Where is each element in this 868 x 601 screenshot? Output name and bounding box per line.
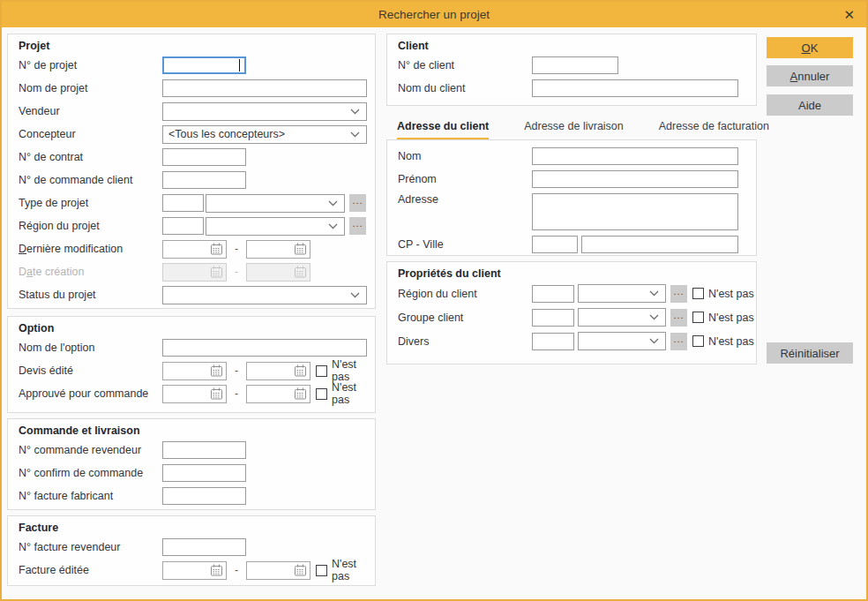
cancel-label: nnuler (797, 70, 829, 83)
project-name-input[interactable] (162, 79, 367, 97)
concepteur-label: Concepteur (19, 128, 162, 140)
project-type-select[interactable] (206, 194, 345, 213)
calendar-icon[interactable] (210, 364, 223, 377)
misc-code-input[interactable] (532, 333, 574, 350)
order-confirmation-number-input[interactable] (162, 464, 246, 482)
invoice-issued-not-checkbox[interactable] (316, 565, 327, 576)
invoice-issued-to-date-field[interactable] (246, 561, 311, 580)
client-group-not-checkbox[interactable] (692, 312, 704, 323)
project-region-code-input[interactable] (162, 217, 204, 235)
misc-browse-button[interactable]: ... (670, 333, 687, 350)
option-name-input[interactable] (162, 339, 367, 357)
client-group-select[interactable] (578, 308, 666, 327)
designer-select-value: <Tous les concepteurs> (168, 128, 285, 140)
calendar-icon[interactable] (210, 564, 223, 576)
label-part: ernière modification (26, 243, 123, 255)
city-input[interactable] (581, 236, 738, 253)
project-region-select[interactable] (206, 217, 345, 236)
project-status-select[interactable] (162, 286, 367, 304)
reseller-order-number-input[interactable] (162, 441, 246, 459)
calendar-icon[interactable] (294, 243, 307, 255)
address-lastname-input[interactable] (532, 147, 738, 165)
last-modified-to-date-field[interactable] (246, 240, 311, 259)
client-name-input[interactable] (532, 79, 738, 97)
range-separator: - (227, 564, 246, 576)
calendar-icon[interactable] (294, 387, 307, 400)
chevron-down-icon (350, 109, 360, 115)
project-type-code-input[interactable] (162, 194, 204, 212)
address-firstname-input[interactable] (532, 170, 738, 188)
client-group-browse-button[interactable]: ... (670, 309, 687, 327)
cp-ville-label: CP - Ville (398, 238, 532, 251)
manufacturer-invoice-number-input[interactable] (162, 487, 246, 505)
calendar-icon[interactable] (210, 243, 223, 255)
last-modified-from-date-field[interactable] (162, 240, 227, 259)
close-icon[interactable]: ✕ (843, 7, 855, 22)
tab-adresse-livraison[interactable]: Adresse de livraison (524, 120, 624, 140)
nom-client-label: Nom du client (398, 82, 532, 94)
field-row: Nom de l'option (8, 336, 375, 359)
client-number-input[interactable] (532, 56, 618, 74)
cancel-button[interactable]: Annuler (767, 65, 853, 86)
misc-select[interactable] (578, 332, 666, 350)
approved-from-date-field[interactable] (162, 385, 227, 403)
divers-label: Divers (398, 335, 532, 348)
status-projet-label: Status du projet (19, 289, 162, 301)
vendor-select[interactable] (162, 102, 367, 121)
client-address-panel: Nom Prénom Adresse CP - Ville (386, 139, 757, 256)
invoice-issued-from-date-field[interactable] (162, 561, 227, 580)
field-row: N° de contrat (8, 146, 375, 169)
quote-issued-from-date-field[interactable] (162, 362, 227, 380)
project-region-browse-button[interactable]: ... (349, 217, 366, 235)
project-number-field-wrap (162, 56, 246, 74)
derniere-modification-label: Dernière modification (19, 243, 162, 255)
tab-adresse-facturation[interactable]: Adresse de facturation (659, 120, 769, 140)
client-region-select[interactable] (578, 284, 666, 303)
project-type-browse-button[interactable]: ... (349, 194, 366, 212)
chevron-down-icon (649, 338, 659, 344)
proprietes-group: Propriétés du client Région du client ..… (386, 261, 757, 364)
field-row: N° confirm de commande (8, 462, 375, 485)
creation-to-date-field-disabled (246, 263, 311, 282)
tab-adresse-client[interactable]: Adresse du client (397, 120, 489, 140)
reseller-invoice-number-input[interactable] (162, 538, 246, 556)
dialog-body: Projet N° de projet Nom de projet Vendeu… (2, 27, 866, 599)
calendar-icon[interactable] (294, 364, 307, 377)
client-region-code-input[interactable] (532, 285, 574, 303)
quote-issued-not-checkbox[interactable] (316, 365, 327, 377)
adresse-label: Adresse (398, 193, 532, 206)
client-region-not-checkbox[interactable] (692, 288, 704, 299)
approved-not-checkbox[interactable] (316, 388, 327, 400)
approved-to-date-field[interactable] (246, 385, 311, 403)
no-contrat-label: N° de contrat (19, 151, 162, 163)
region-projet-label: Région du projet (19, 220, 162, 232)
postal-code-input[interactable] (532, 236, 578, 253)
ok-button[interactable]: OK (767, 37, 853, 58)
calendar-icon[interactable] (210, 387, 223, 400)
label-part: te création (33, 266, 84, 278)
help-button[interactable]: Aide (767, 94, 853, 116)
range-separator: - (227, 387, 246, 400)
misc-not-checkbox[interactable] (692, 335, 704, 347)
project-number-input[interactable] (162, 56, 246, 74)
client-region-browse-button[interactable]: ... (670, 285, 687, 303)
field-row: Divers ... N'est pas (387, 329, 756, 353)
client-order-number-input[interactable] (162, 171, 246, 189)
client-group-code-input[interactable] (532, 309, 574, 327)
calendar-icon[interactable] (294, 564, 307, 576)
cancel-label: A (790, 70, 798, 83)
field-row: Date création - (8, 260, 375, 283)
field-row: N° facture fabricant (8, 485, 375, 507)
address-street-textarea[interactable] (532, 193, 738, 230)
quote-issued-to-date-field[interactable] (246, 362, 311, 380)
field-row: N° commande revendeur (8, 439, 375, 462)
field-row: Dernière modification - (8, 237, 375, 260)
chevron-down-icon (350, 292, 360, 298)
facture-group: Facture N° facture revendeur Facture édi… (7, 515, 376, 586)
field-row: Prénom (387, 168, 756, 191)
reset-button[interactable]: Réinitialiser (767, 342, 853, 364)
commande-title: Commande et livraison (8, 419, 375, 439)
commande-group: Commande et livraison N° commande revend… (7, 418, 376, 510)
designer-select[interactable]: <Tous les concepteurs> (162, 125, 367, 144)
contract-number-input[interactable] (162, 148, 246, 166)
